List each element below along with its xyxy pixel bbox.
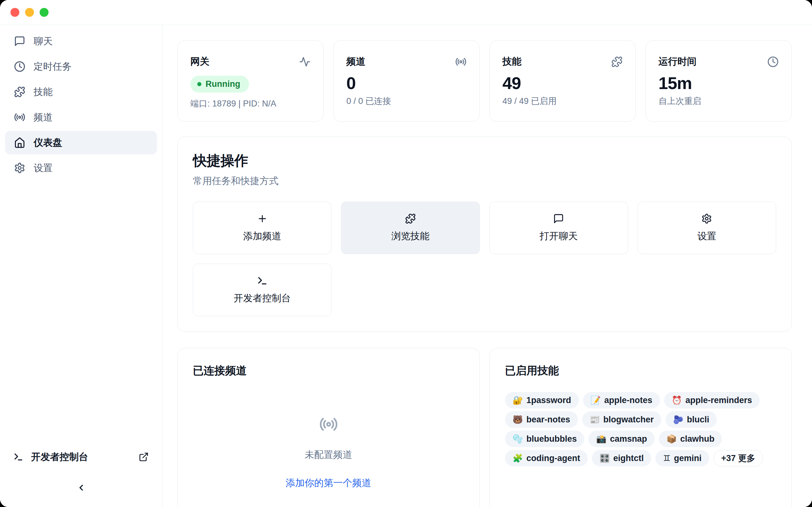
stat-card-uptime: 运行时间 15m 自上次重启 xyxy=(646,40,792,122)
clock-icon xyxy=(767,56,779,67)
sidebar-collapse-button[interactable] xyxy=(73,481,89,496)
skill-chip[interactable]: 🧩coding-agent xyxy=(505,450,588,466)
stat-card-gateway: 网关 Running 端口: 18789 | PID: N/A xyxy=(177,40,323,122)
skill-name: 1password xyxy=(526,395,571,405)
add-channel-button[interactable]: 添加频道 xyxy=(193,202,332,254)
stat-value: 0 xyxy=(346,73,467,93)
skill-emoji: 🔐 xyxy=(513,396,523,404)
open-chat-button[interactable]: 打开聊天 xyxy=(490,202,628,254)
puzzle-icon xyxy=(611,56,623,67)
skill-emoji: 🐻 xyxy=(513,415,523,424)
more-skills-chip[interactable]: +37 更多 xyxy=(713,450,763,466)
sidebar-item-chat[interactable]: 聊天 xyxy=(5,30,157,53)
skill-chip[interactable]: ♊gemini xyxy=(655,450,709,466)
skill-emoji: 📝 xyxy=(591,396,601,404)
add-first-channel-link[interactable]: 添加你的第一个频道 xyxy=(286,476,371,490)
skill-chip[interactable]: 📰blogwatcher xyxy=(582,411,661,428)
action-label: 打开聊天 xyxy=(540,230,577,243)
sidebar-nav: 聊天 定时任务 技能 频道 仪表盘 xyxy=(5,30,157,180)
skill-name: clawhub xyxy=(680,434,714,444)
skill-emoji: 🎛️ xyxy=(600,454,610,462)
dev-console-label: 开发者控制台 xyxy=(31,451,88,464)
skill-emoji: 🫧 xyxy=(513,435,523,443)
sidebar-item-label: 定时任务 xyxy=(34,60,72,73)
sidebar-item-scheduled-tasks[interactable]: 定时任务 xyxy=(5,55,157,78)
skill-name: camsnap xyxy=(610,434,647,444)
skill-chip[interactable]: 📦clawhub xyxy=(659,431,722,447)
skill-name: blogwatcher xyxy=(603,415,654,425)
puzzle-icon xyxy=(14,86,26,98)
status-badge-label: Running xyxy=(206,79,240,89)
skills-chip-list: 🔐1password 📝apple-notes ⏰apple-reminders… xyxy=(505,392,776,466)
enabled-skills-title: 已启用技能 xyxy=(505,363,776,378)
action-label: 添加频道 xyxy=(243,230,281,243)
stat-title: 技能 xyxy=(502,55,521,68)
bottom-grid: 已连接频道 未配置频道 添加你的第一个频道 已启用技能 🔐1password 📝… xyxy=(177,348,792,507)
chat-icon xyxy=(553,213,564,224)
browse-skills-button[interactable]: 浏览技能 xyxy=(341,202,479,254)
empty-state-text: 未配置频道 xyxy=(305,448,352,461)
gear-icon xyxy=(14,162,26,174)
skill-emoji: 🧩 xyxy=(513,454,523,462)
skill-chip[interactable]: 📸camsnap xyxy=(589,431,655,447)
zoom-button[interactable] xyxy=(40,8,49,17)
quick-actions-title: 快捷操作 xyxy=(193,152,776,170)
skill-name: bluebubbles xyxy=(526,434,577,444)
sidebar-item-label: 技能 xyxy=(34,86,53,99)
main-content: 网关 Running 端口: 18789 | PID: N/A 频道 xyxy=(162,25,812,507)
enabled-skills-panel: 已启用技能 🔐1password 📝apple-notes ⏰apple-rem… xyxy=(490,348,792,507)
settings-button[interactable]: 设置 xyxy=(638,202,776,254)
stat-value: 15m xyxy=(658,73,779,93)
close-button[interactable] xyxy=(10,8,19,17)
app-window: 聊天 定时任务 技能 频道 仪表盘 xyxy=(0,0,812,507)
titlebar xyxy=(0,0,812,25)
skill-emoji: 📰 xyxy=(590,415,600,424)
action-label: 设置 xyxy=(697,230,716,243)
stat-title: 网关 xyxy=(190,55,209,68)
skill-chip[interactable]: 🫐blucli xyxy=(665,411,717,428)
status-badge: Running xyxy=(190,76,249,93)
sidebar-item-label: 聊天 xyxy=(34,35,53,48)
sidebar: 聊天 定时任务 技能 频道 仪表盘 xyxy=(0,25,162,507)
skill-chip[interactable]: 🐻bear-notes xyxy=(505,411,578,428)
chat-icon xyxy=(14,36,26,47)
sidebar-item-dashboard[interactable]: 仪表盘 xyxy=(5,131,157,154)
stat-value: 49 xyxy=(502,73,623,93)
channels-empty-state: 未配置频道 添加你的第一个频道 xyxy=(193,415,464,490)
sidebar-item-label: 仪表盘 xyxy=(34,136,62,149)
skill-name: coding-agent xyxy=(526,453,580,463)
puzzle-icon xyxy=(405,213,416,224)
skill-chip[interactable]: 🔐1password xyxy=(505,392,579,408)
skill-emoji: ⏰ xyxy=(672,396,682,404)
skill-chip[interactable]: 📝apple-notes xyxy=(583,392,660,408)
skill-chip[interactable]: 🫧bluebubbles xyxy=(505,431,584,447)
quick-actions-card: 快捷操作 常用任务和快捷方式 添加频道 浏览技能 打开聊天 xyxy=(177,136,792,332)
sidebar-item-skills[interactable]: 技能 xyxy=(5,80,157,104)
radio-icon xyxy=(455,56,467,67)
stat-card-channels: 频道 0 0 / 0 已连接 xyxy=(334,40,479,122)
sidebar-item-channels[interactable]: 频道 xyxy=(5,106,157,129)
gear-icon xyxy=(701,213,712,224)
sidebar-item-settings[interactable]: 设置 xyxy=(5,156,157,180)
terminal-icon xyxy=(257,275,268,286)
action-label: 浏览技能 xyxy=(392,230,429,243)
quick-actions-grid: 添加频道 浏览技能 打开聊天 设置 xyxy=(193,202,776,316)
sidebar-dev-console[interactable]: 开发者控制台 xyxy=(5,447,157,467)
stat-subtext: 0 / 0 已连接 xyxy=(346,95,467,107)
quick-actions-subtitle: 常用任务和快捷方式 xyxy=(193,175,776,187)
stat-card-skills: 技能 49 49 / 49 已启用 xyxy=(490,40,636,122)
skill-name: gemini xyxy=(674,453,702,463)
minimize-button[interactable] xyxy=(25,8,34,17)
clock-icon xyxy=(14,61,26,72)
skill-name: apple-reminders xyxy=(686,395,752,405)
external-link-icon[interactable] xyxy=(139,452,149,462)
skill-chip[interactable]: 🎛️eightctl xyxy=(592,450,651,466)
sidebar-item-label: 设置 xyxy=(34,162,53,175)
plus-icon xyxy=(257,213,268,224)
action-label: 开发者控制台 xyxy=(234,292,291,305)
connected-channels-panel: 已连接频道 未配置频道 添加你的第一个频道 xyxy=(177,348,479,507)
developer-console-button[interactable]: 开发者控制台 xyxy=(193,264,332,316)
home-icon xyxy=(14,137,26,148)
skill-chip[interactable]: ⏰apple-reminders xyxy=(664,392,760,408)
stat-subtext: 49 / 49 已启用 xyxy=(502,95,623,107)
